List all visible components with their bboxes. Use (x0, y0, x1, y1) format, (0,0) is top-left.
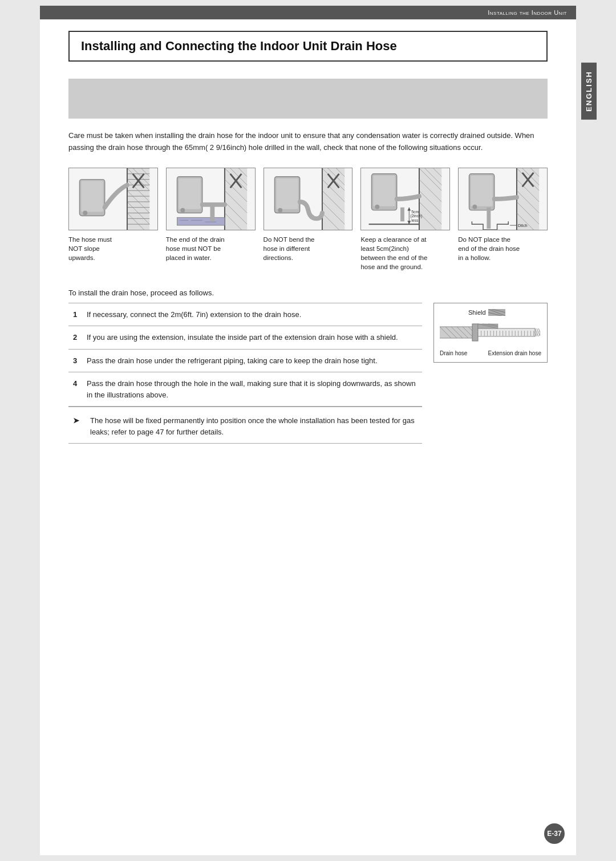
step-number-1: 1 (68, 303, 82, 326)
diagram-2-caption: The end of the drainhose must NOT beplac… (166, 235, 256, 262)
steps-left: 1 If necessary, connect the 2m(6ft. 7in)… (68, 303, 422, 444)
diagram-5: Ditch Do NOT place theend of the drain h… (458, 168, 548, 262)
step-number-2: 2 (68, 326, 82, 350)
svg-point-90 (473, 204, 477, 209)
svg-rect-44 (322, 168, 345, 230)
diagram-4-caption: Keep a clearance of atleast 5cm(2inch)be… (360, 235, 450, 271)
extension-drain-hose-label: Extension drain hose (488, 350, 541, 356)
drain-hose-label: Drain hose (440, 350, 467, 356)
diagrams-row: The hose mustNOT slopeupwards. (68, 168, 548, 271)
steps-illustration: Shield (433, 303, 548, 363)
svg-rect-54 (276, 178, 298, 209)
svg-text:||||||||||||||||||||: |||||||||||||||||||| (480, 330, 541, 336)
step-number-3: 3 (68, 349, 82, 372)
svg-point-22 (83, 210, 87, 215)
diagram-box-3 (264, 168, 353, 230)
illustration-box: Shield (433, 303, 548, 363)
note-row: ➤ The hose will be fixed permanently int… (68, 407, 422, 444)
shield-label-row: Shield (440, 309, 541, 316)
diagram-box-2 (166, 168, 256, 230)
step-text-3: Pass the drain hose under the refrigeran… (82, 349, 422, 372)
step-text-4: Pass the drain hose through the hole in … (82, 372, 422, 407)
svg-rect-21 (81, 181, 103, 212)
section-intro: To install the drain hose, proceed as fo… (68, 289, 548, 297)
diagram-1-caption: The hose mustNOT slopeupwards. (68, 235, 158, 262)
svg-rect-37 (177, 217, 224, 225)
top-image-area (68, 79, 548, 119)
step-row-3: 3 Pass the drain hose under the refriger… (68, 349, 422, 372)
page-number: E-37 (544, 823, 565, 844)
hose-labels-row: Drain hose Extension drain hose (440, 350, 541, 356)
diagram-4: 5cm (2inch) less Keep a clearance of atl… (360, 168, 450, 271)
section-title: Installing and Connecting the Indoor Uni… (81, 39, 535, 54)
svg-rect-79 (517, 168, 539, 230)
svg-marker-75 (408, 207, 411, 210)
steps-with-illustration: 1 If necessary, connect the 2m(6ft. 7in)… (68, 303, 548, 444)
svg-text:5cm: 5cm (412, 209, 419, 213)
svg-text:(2inch): (2inch) (411, 214, 423, 218)
section-title-box: Installing and Connecting the Indoor Uni… (68, 31, 548, 62)
note-symbol: ➤ (68, 407, 86, 444)
svg-rect-25 (225, 168, 247, 230)
svg-point-69 (375, 204, 380, 209)
svg-rect-68 (374, 175, 395, 206)
diagram-3: Do NOT bend thehose in differentdirectio… (264, 168, 353, 262)
diagram-5-caption: Do NOT place theend of the drain hosein … (458, 235, 548, 262)
note-text: The hose will be fixed permanently into … (86, 407, 422, 444)
shield-label: Shield (468, 309, 486, 316)
steps-table: 1 If necessary, connect the 2m(6ft. 7in)… (68, 303, 422, 407)
intro-text: Care must be taken when installing the d… (68, 130, 548, 154)
svg-rect-58 (419, 168, 441, 230)
diagram-box-1 (68, 168, 158, 230)
svg-rect-89 (471, 175, 493, 206)
steps-area: To install the drain hose, proceed as fo… (68, 289, 548, 444)
svg-text:Ditch: Ditch (518, 223, 528, 228)
step-text-2: If you are using the extension, insulate… (82, 326, 422, 350)
svg-point-55 (278, 208, 282, 212)
step-row-2: 2 If you are using the extension, insula… (68, 326, 422, 350)
page-header: Installing the Indoor Unit (40, 6, 576, 19)
svg-rect-35 (179, 178, 200, 209)
step-text-1: If necessary, connect the 2m(6ft. 7in) e… (82, 303, 422, 326)
svg-rect-0 (127, 168, 149, 230)
diagram-1: The hose mustNOT slopeupwards. (68, 168, 158, 262)
diagram-3-caption: Do NOT bend thehose in differentdirectio… (264, 235, 353, 262)
svg-text:less: less (412, 218, 419, 222)
diagram-box-4: 5cm (2inch) less (360, 168, 450, 230)
header-title: Installing the Indoor Unit (488, 9, 567, 16)
language-tab: ENGLISH (581, 63, 597, 120)
svg-point-36 (180, 208, 185, 212)
page-wrapper: Installing the Indoor Unit ENGLISH Insta… (40, 6, 576, 855)
step-row-1: 1 If necessary, connect the 2m(6ft. 7in)… (68, 303, 422, 326)
diagram-box-5: Ditch (458, 168, 548, 230)
diagram-2: The end of the drainhose must NOT beplac… (166, 168, 256, 262)
main-content: Installing and Connecting the Indoor Uni… (40, 19, 576, 466)
note-table: ➤ The hose will be fixed permanently int… (68, 407, 422, 444)
step-number-4: 4 (68, 372, 82, 407)
svg-rect-109 (472, 324, 478, 341)
step-row-4: 4 Pass the drain hose through the hole i… (68, 372, 422, 407)
hose-illustration-svg: |||||||||||||||||||| (440, 318, 541, 347)
